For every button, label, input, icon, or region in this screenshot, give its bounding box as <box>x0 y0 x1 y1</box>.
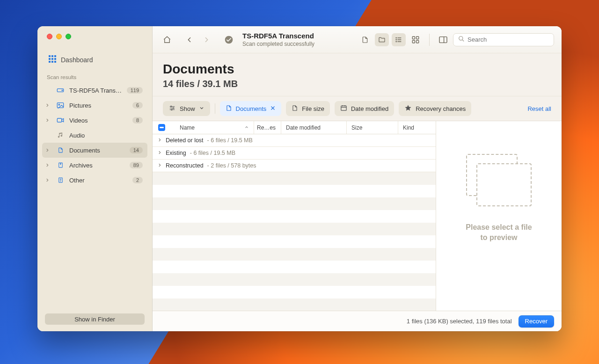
sidebar: Dashboard Scan results TS-RDF5A Transc…1… <box>37 26 153 331</box>
svg-rect-8 <box>54 61 56 63</box>
preview-line1: Please select a file <box>466 222 532 233</box>
page-subtitle: 14 files / 39.1 MB <box>163 79 551 89</box>
recover-button[interactable]: Recover <box>519 315 554 328</box>
grid-icon <box>49 55 56 64</box>
svg-rect-0 <box>49 55 51 57</box>
chevron-down-icon <box>199 105 205 112</box>
window-title: TS-RDF5A Transcend <box>242 32 314 40</box>
minimize-window-button[interactable] <box>56 34 62 39</box>
search-field[interactable] <box>453 33 554 46</box>
preview-placeholder-text: Please select a file to preview <box>466 222 532 242</box>
chevron-right-icon <box>45 102 51 109</box>
sidebar-item-documents[interactable]: Documents14 <box>42 143 147 158</box>
main-area: TS-RDF5A Transcend Scan completed succes… <box>153 26 562 331</box>
sidebar-item-audio[interactable]: Audio <box>42 128 147 143</box>
content-body: Name Re…es Date modified Size Kind Delet… <box>153 121 562 311</box>
table-group-row[interactable]: Existing - 6 files / 19.5 MB <box>153 147 436 160</box>
chevron-right-icon <box>45 177 51 184</box>
table-group-row[interactable]: Deleted or lost - 6 files / 19.5 MB <box>153 134 436 147</box>
svg-rect-4 <box>51 58 53 60</box>
svg-point-28 <box>171 109 172 110</box>
filter-show-dropdown[interactable]: Show <box>163 101 210 116</box>
table-rows[interactable]: Deleted or lost - 6 files / 19.5 MBExist… <box>153 134 436 311</box>
view-grid-icon[interactable] <box>409 33 423 46</box>
svg-point-19 <box>396 41 396 42</box>
sidebar-item-label: Pictures <box>69 102 128 109</box>
column-name[interactable]: Name <box>170 121 254 134</box>
picture-icon <box>56 102 65 109</box>
dashboard-label: Dashboard <box>61 56 93 64</box>
home-button[interactable] <box>160 33 174 46</box>
column-checkbox[interactable] <box>153 121 170 134</box>
show-in-finder-button[interactable]: Show in Finder <box>45 313 145 325</box>
column-kind[interactable]: Kind <box>398 121 436 134</box>
sidebar-item-other[interactable]: Other2 <box>42 173 147 188</box>
filter-chip-date[interactable]: Date modified <box>335 101 394 116</box>
group-stats: - 6 files / 19.5 MB <box>190 150 235 156</box>
back-button[interactable] <box>183 33 197 46</box>
count-badge: 6 <box>132 102 143 109</box>
column-date[interactable]: Date modified <box>281 121 347 134</box>
preview-pane: Please select a file to preview <box>436 121 562 311</box>
forward-button[interactable] <box>199 33 213 46</box>
column-size-label: Size <box>351 124 362 131</box>
sidebar-item-label: Archives <box>69 162 125 169</box>
toggle-preview-pane-button[interactable] <box>436 33 450 46</box>
filter-show-label: Show <box>180 105 195 112</box>
view-folder-icon[interactable] <box>375 33 389 46</box>
svg-rect-22 <box>412 40 415 43</box>
filter-chip-date-label: Date modified <box>351 105 388 112</box>
filter-chip-chances[interactable]: Recovery chances <box>399 101 471 116</box>
svg-point-18 <box>396 39 396 40</box>
close-icon[interactable] <box>270 105 276 112</box>
group-name: Existing <box>166 150 186 156</box>
calendar-icon <box>340 104 347 113</box>
group-name: Reconstructed <box>166 162 204 169</box>
chevron-right-icon <box>157 150 162 156</box>
svg-rect-23 <box>416 40 419 43</box>
filter-chip-documents-label: Documents <box>236 105 267 112</box>
close-window-button[interactable] <box>47 34 52 39</box>
selection-status: 1 files (136 KB) selected, 119 files tot… <box>407 318 512 325</box>
svg-rect-3 <box>49 58 51 60</box>
audio-icon <box>56 131 65 139</box>
title-block: TS-RDF5A Transcend Scan completed succes… <box>242 32 314 47</box>
svg-rect-5 <box>54 58 56 60</box>
drive-icon <box>56 87 65 93</box>
sidebar-section-label: Scan results <box>37 71 152 83</box>
sidebar-item-label: TS-RDF5A Transc… <box>69 87 122 94</box>
sidebar-item-archives[interactable]: Archives89 <box>42 158 147 173</box>
view-list-icon[interactable] <box>392 33 406 46</box>
column-size[interactable]: Size <box>347 121 398 134</box>
sidebar-item-videos[interactable]: Videos8 <box>42 113 147 128</box>
sidebar-dashboard[interactable]: Dashboard <box>37 51 152 71</box>
svg-rect-11 <box>57 103 63 108</box>
scan-status-icon <box>222 33 236 46</box>
filter-separator <box>215 103 215 114</box>
zoom-window-button[interactable] <box>66 34 71 39</box>
chevron-right-icon <box>45 162 51 169</box>
preview-line2: to preview <box>466 233 532 243</box>
svg-point-10 <box>62 90 63 91</box>
star-icon <box>404 104 412 113</box>
video-icon <box>56 117 65 124</box>
column-recovery[interactable]: Re…es <box>254 121 281 134</box>
sidebar-item-label: Other <box>69 177 128 184</box>
sidebar-item-pictures[interactable]: Pictures6 <box>42 98 147 113</box>
reset-filters-link[interactable]: Reset all <box>527 105 551 112</box>
search-input[interactable] <box>468 36 549 43</box>
view-file-icon[interactable] <box>358 33 372 46</box>
chevron-right-icon <box>157 162 162 169</box>
footer-bar: 1 files (136 KB) selected, 119 files tot… <box>153 311 562 331</box>
table-group-row[interactable]: Reconstructed - 2 files / 578 bytes <box>153 160 436 172</box>
column-kind-label: Kind <box>403 124 414 131</box>
filter-chip-documents[interactable]: Documents <box>220 101 282 116</box>
toolbar: TS-RDF5A Transcend Scan completed succes… <box>153 26 562 53</box>
filter-chip-filesize[interactable]: File size <box>286 101 330 116</box>
sidebar-item-ts-rdf5a-transc-[interactable]: TS-RDF5A Transc…119 <box>42 83 147 98</box>
svg-rect-7 <box>51 61 53 63</box>
group-stats: - 6 files / 19.5 MB <box>207 137 253 144</box>
svg-rect-6 <box>49 61 51 63</box>
doc-icon <box>56 146 65 154</box>
svg-point-12 <box>58 104 60 105</box>
